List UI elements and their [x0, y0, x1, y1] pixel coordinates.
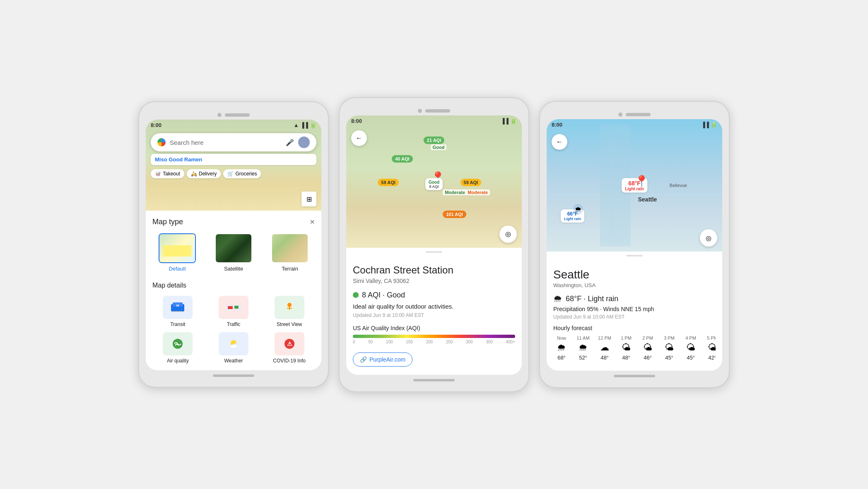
bellevue-label: Bellevue: [670, 183, 687, 188]
detail-traffic[interactable]: Traffic: [208, 296, 259, 327]
status-icons: ▲ ▐▐ 🔋: [294, 122, 316, 128]
aqi-status: 8 AQI · Good: [353, 291, 515, 300]
search-bar[interactable]: Search here 🎤: [151, 133, 316, 151]
aqi-updated: Updated Jun 9 at 10:00 AM EST: [353, 312, 515, 318]
miso-banner[interactable]: Miso Good Ramen: [151, 154, 316, 165]
aqi-map: 8:00 ▐▐ 🔋 ← 21 AQI Good 40 AQI 59 AQI 59…: [346, 115, 522, 248]
home-bar-2[interactable]: [413, 379, 455, 381]
covid-icon: ⚠: [275, 332, 304, 355]
speaker-3: [626, 113, 651, 116]
streetview-icon: [275, 296, 304, 319]
map-type-default[interactable]: Default: [152, 233, 202, 272]
city-sub: Washington, USA: [553, 282, 716, 288]
hourly-scroll: Now 🌧 68° 11 AM 🌧 52° 12 PM ☁ 48°: [553, 336, 716, 362]
aqi-green-dot: [353, 292, 359, 298]
location-address: Simi Valley, CA 93062: [353, 278, 515, 284]
terrain-label: Terrain: [282, 266, 298, 272]
home-bar[interactable]: [213, 374, 254, 377]
map-type-satellite[interactable]: Satellite: [209, 233, 258, 272]
delivery-chip[interactable]: 🛵 Delivery: [187, 169, 221, 178]
detail-covid[interactable]: ⚠ COVID-19 Info: [264, 332, 315, 364]
detail-transit[interactable]: M Transit: [152, 296, 203, 327]
hourly-1pm: 1 PM 🌤 48°: [618, 336, 634, 361]
back-button-2[interactable]: ←: [351, 130, 367, 146]
layers-icon: ⊞: [306, 195, 312, 203]
location-button-3[interactable]: ◎: [700, 229, 717, 247]
phone-2-screen: 8:00 ▐▐ 🔋 ← 21 AQI Good 40 AQI 59 AQI 59…: [346, 115, 522, 375]
phone-2: 8:00 ▐▐ 🔋 ← 21 AQI Good 40 AQI 59 AQI 59…: [339, 97, 529, 392]
default-label: Default: [169, 266, 186, 272]
weather-detail: Precipitation 95% · Winds NNE 15 mph: [553, 306, 716, 312]
streetview-label: Street View: [277, 321, 302, 327]
location-icon-3: ◎: [706, 234, 711, 242]
close-button[interactable]: ×: [310, 217, 315, 227]
default-thumb: [159, 233, 196, 263]
hourly-12pm: 12 PM ☁ 48°: [596, 336, 613, 361]
rain-icon-map: 🌧: [573, 204, 583, 215]
groceries-chip[interactable]: 🛒 Groceries: [223, 169, 261, 178]
signal-2: ▐▐: [501, 118, 509, 124]
aqi-info-panel: Cochran Street Station Simi Valley, CA 9…: [346, 256, 522, 375]
battery-3: 🔋: [711, 122, 717, 128]
takeout-chip[interactable]: 🥡 Takeout: [151, 169, 184, 178]
mic-icon[interactable]: 🎤: [286, 139, 294, 146]
location-button-2[interactable]: ◎: [499, 225, 517, 243]
svg-point-15: [231, 345, 236, 348]
filter-chips: 🥡 Takeout 🛵 Delivery 🛒 Groceries: [146, 167, 321, 181]
aqi-bar: 050100150200250300350400+: [353, 335, 515, 344]
back-button-3[interactable]: ←: [552, 134, 567, 150]
rain-icon: 🌧: [553, 293, 562, 304]
status-time-2: 8:00: [351, 118, 362, 124]
hourly-11am: 11 AM 🌧 52°: [575, 336, 591, 361]
aqi-badge-21: 21 AQI: [424, 137, 444, 144]
svg-rect-6: [228, 306, 233, 309]
status-time: 8:00: [151, 122, 162, 128]
svg-text:⚠: ⚠: [287, 340, 292, 347]
wifi-icon: ▲: [294, 122, 299, 128]
satellite-thumb: [215, 233, 252, 263]
aqi-badge-59a: 59 AQI: [378, 179, 398, 186]
aqi-description: Ideal air quality for outdoor activities…: [353, 303, 515, 310]
detail-airquality[interactable]: Air quality: [152, 332, 203, 364]
transit-icon: M: [163, 296, 193, 319]
svg-rect-7: [234, 306, 239, 309]
home-bar-3[interactable]: [614, 375, 655, 377]
svg-text:M: M: [176, 304, 179, 307]
location-pin-3: 📍: [634, 175, 649, 188]
weather-info-panel: Seattle Washington, USA 🌧 68°F · Light r…: [547, 260, 722, 371]
status-time-3: 8:00: [552, 122, 562, 128]
back-arrow-icon: ←: [356, 134, 362, 142]
back-arrow-icon-3: ←: [556, 138, 563, 146]
hourly-now: Now 🌧 68°: [553, 336, 570, 361]
weather-icon-thumb: [219, 332, 248, 355]
avatar[interactable]: [298, 137, 310, 148]
hourly-4pm: 4 PM 🌤 45°: [682, 336, 699, 361]
purpleair-button[interactable]: 🔗 PurpleAir.com: [353, 352, 412, 367]
hourly-2pm: 2 PM 🌤 46°: [639, 336, 656, 361]
panel-title: Map type: [152, 218, 183, 226]
signal-icon: ▐▐: [301, 122, 308, 128]
status-bar: 8:00 ▲ ▐▐ 🔋: [146, 120, 321, 131]
terrain-thumb: [271, 233, 309, 263]
hourly-icon-0: 🌧: [557, 342, 566, 353]
aqi-section-title: US Air Quality Index (AQI): [353, 325, 515, 331]
aqi-badge-59b: 59 AQI: [461, 179, 481, 186]
good-bubble: Good 8 AQI: [425, 178, 443, 190]
transit-label: Transit: [170, 321, 185, 327]
location-title: Cochran Street Station: [353, 264, 515, 276]
phone-1: 8:00 ▲ ▐▐ 🔋 Search here 🎤 Miso Good Rame…: [138, 101, 329, 388]
aqi-badge-40: 40 AQI: [392, 155, 412, 163]
speaker-2: [425, 109, 450, 113]
map-type-terrain[interactable]: Terrain: [265, 233, 315, 272]
phone-3: 8:00 ▐▐ 🔋 ← 68°F Lig: [539, 101, 730, 388]
hourly-time-0: Now: [557, 336, 566, 340]
map-type-grid: Default Satellite Terrain: [152, 233, 315, 272]
detail-weather[interactable]: Weather: [208, 332, 259, 364]
aqi-badge-101: 101 AQI: [443, 211, 466, 218]
map-layers-button[interactable]: ⊞: [301, 192, 316, 206]
map-details-title: Map details: [152, 282, 315, 289]
detail-streetview[interactable]: Street View: [264, 296, 315, 327]
moderate-label-2: Moderate: [465, 189, 490, 195]
weather-updated: Updated Jun 9 at 10:00 AM EST: [553, 314, 716, 320]
weather-label: Weather: [224, 358, 243, 364]
